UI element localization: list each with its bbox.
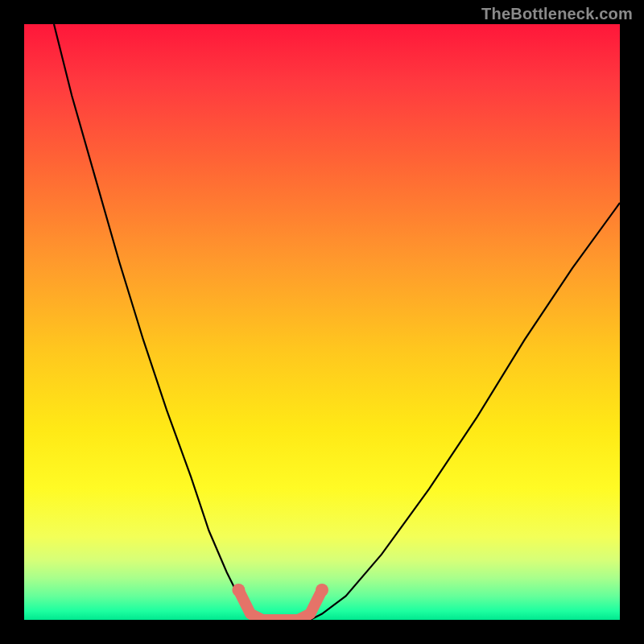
highlight-dot — [232, 584, 245, 597]
plot-area — [24, 24, 620, 620]
highlight-dot — [316, 584, 328, 597]
chart-frame: TheBottleneck.com — [0, 0, 644, 644]
highlight-band — [238, 590, 322, 620]
watermark-text: TheBottleneck.com — [481, 5, 633, 23]
curve-layer — [24, 24, 620, 620]
bottleneck-curve — [54, 24, 620, 620]
